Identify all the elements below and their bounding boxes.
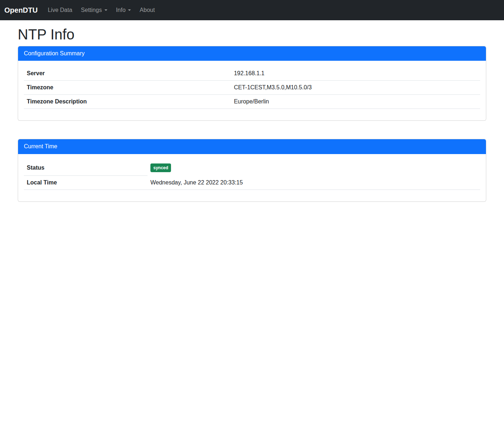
table-row-local-time: Local Time Wednesday, June 22 2022 20:33… [24,176,480,190]
navbar: OpenDTU Live Data Settings Info About [0,0,504,20]
nav-item-label: Live Data [48,7,72,13]
table-row-timezone: Timezone CET-1CEST,M3.5.0,M10.5.0/3 [24,81,480,95]
nav-item-settings[interactable]: Settings [78,4,110,16]
current-time-card: Current Time Status synced Local Time We… [18,139,486,202]
current-time-card-body: Status synced Local Time Wednesday, June… [18,154,486,202]
row-value: 192.168.1.1 [231,67,480,81]
nav-item-label: About [140,7,155,13]
configuration-summary-table: Server 192.168.1.1 Timezone CET-1CEST,M3… [24,67,480,109]
nav-item-label: Info [116,7,126,13]
nav-menu: Live Data Settings Info About [43,4,159,16]
nav-item-about[interactable]: About [137,4,158,16]
row-label: Status [24,160,148,176]
current-time-table: Status synced Local Time Wednesday, June… [24,160,480,190]
nav-item-label: Settings [81,7,102,13]
row-label: Timezone Description [24,95,231,109]
row-value: Europe/Berlin [231,95,480,109]
page-title: NTP Info [18,26,486,43]
nav-item-live-data[interactable]: Live Data [45,4,75,16]
row-value: CET-1CEST,M3.5.0,M10.5.0/3 [231,81,480,95]
row-label: Local Time [24,176,148,190]
chevron-down-icon [128,9,131,11]
table-row-status: Status synced [24,160,480,176]
status-badge: synced [150,163,171,172]
table-row-timezone-description: Timezone Description Europe/Berlin [24,95,480,109]
configuration-summary-card-header: Configuration Summary [18,46,486,61]
current-time-card-header: Current Time [18,139,486,154]
configuration-summary-card: Configuration Summary Server 192.168.1.1… [18,46,486,121]
table-row-server: Server 192.168.1.1 [24,67,480,81]
configuration-summary-card-body: Server 192.168.1.1 Timezone CET-1CEST,M3… [18,61,486,120]
nav-item-info[interactable]: Info [113,4,134,16]
row-value: Wednesday, June 22 2022 20:33:15 [148,176,480,190]
main-container: NTP Info Configuration Summary Server 19… [13,26,491,202]
row-value: synced [148,160,480,176]
row-label: Timezone [24,81,231,95]
brand-opendtu[interactable]: OpenDTU [4,6,38,14]
row-label: Server [24,67,231,81]
chevron-down-icon [104,9,107,11]
